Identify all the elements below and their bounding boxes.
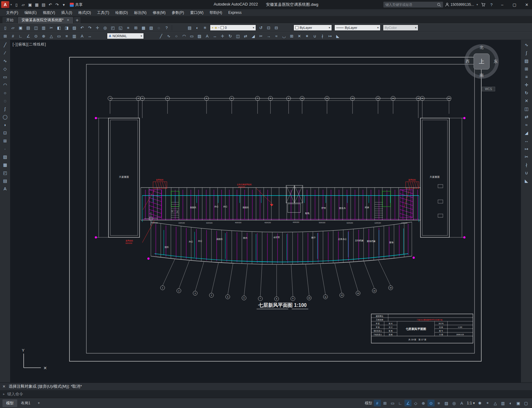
ortho-mode-icon[interactable]: ∟ <box>397 400 404 406</box>
circle-icon[interactable]: ○ <box>173 32 180 40</box>
open-icon[interactable]: ▱ <box>9 24 17 31</box>
dim-style-icon[interactable]: ↔ <box>86 32 93 40</box>
lengthen-icon[interactable]: ↦ <box>326 32 334 40</box>
polygon-icon[interactable]: ◇ <box>1 65 9 73</box>
make-block-icon[interactable]: ⊞ <box>1 137 9 145</box>
edit-array-icon[interactable]: ⊞ <box>523 65 530 73</box>
fillet-icon[interactable]: ◡ <box>280 32 288 40</box>
save-as-icon[interactable]: ▦ <box>33 1 40 8</box>
zoom-window-icon[interactable]: ◰ <box>109 24 116 31</box>
annotation-monitor-icon[interactable]: ⌖ <box>484 400 491 406</box>
menu-item-4[interactable]: 格式(O) <box>75 9 94 16</box>
layer-select[interactable]: ● ◉ ▪ 0 ▾ <box>210 25 256 31</box>
selection-cycling-icon[interactable]: ◎ <box>451 400 458 406</box>
mirror-icon[interactable]: ⇄ <box>242 32 249 40</box>
compass-top-face[interactable]: 上 <box>474 53 490 69</box>
text-style-dropdown-icon[interactable]: ▾ <box>140 34 142 38</box>
model-canvas[interactable]: 1234567891011121314151617大厦屋面大厦屋面1234567… <box>10 40 521 382</box>
menu-item-9[interactable]: 参数(P) <box>169 9 187 16</box>
rotate-icon[interactable]: ↻ <box>523 89 530 97</box>
menu-item-1[interactable]: 编辑(E) <box>21 9 40 16</box>
linetype-dropdown-icon[interactable]: ▾ <box>377 26 379 29</box>
cut-icon[interactable]: ✂ <box>48 24 55 31</box>
array-icon[interactable]: ⊞ <box>288 32 295 40</box>
mtext-icon[interactable]: A <box>1 185 9 192</box>
redo-icon[interactable]: ↷ <box>86 24 93 31</box>
move-icon[interactable]: ✛ <box>523 81 530 89</box>
rectangle-icon[interactable]: ▭ <box>1 73 9 81</box>
align-icon[interactable]: ≡ <box>523 73 530 81</box>
menu-item-10[interactable]: 窗口(W) <box>187 9 207 16</box>
save-icon[interactable]: ▣ <box>17 24 24 31</box>
tab-drawing[interactable]: 安徽某县医院空调系统图* ✕ <box>18 17 73 23</box>
join-icon[interactable]: ∪ <box>523 169 530 176</box>
explode-icon[interactable]: ✶ <box>303 32 311 40</box>
plot-icon[interactable]: ▤ <box>25 24 32 31</box>
polyline-icon[interactable]: ∿ <box>1 57 9 65</box>
close-button[interactable]: ✕ <box>522 0 532 9</box>
undo-icon[interactable]: ↶ <box>78 24 86 31</box>
menu-item-8[interactable]: 修改(M) <box>150 9 169 16</box>
gradient-icon[interactable]: ▩ <box>1 161 9 168</box>
design-center-icon[interactable]: ⊞ <box>132 24 140 31</box>
arc-icon[interactable]: ◠ <box>180 32 188 40</box>
share-button[interactable]: 共享 <box>70 2 83 7</box>
markup-icon[interactable]: ◌ <box>155 24 163 31</box>
osnap-icon[interactable]: ⊙ <box>32 32 40 40</box>
dimension-icon[interactable]: ↔ <box>211 32 219 40</box>
layer-previous-icon[interactable]: ↺ <box>257 24 265 31</box>
workspace-dropdown-ic[interactable]: ▾ <box>61 1 67 8</box>
match-properties-icon[interactable]: ▨ <box>71 24 78 31</box>
help-icon[interactable]: ? <box>488 1 495 8</box>
dynamic-input-icon[interactable]: ▭ <box>389 400 396 406</box>
navigation-compass[interactable]: 北 南 西 东 上 <box>464 44 499 79</box>
offset-icon[interactable]: ≈ <box>523 121 530 129</box>
object-snap-tracking-icon[interactable]: ⊕ <box>420 400 427 406</box>
compass-east[interactable]: 东 <box>494 59 498 64</box>
search-icon[interactable] <box>437 3 441 7</box>
copy-icon[interactable]: ◧ <box>55 24 63 31</box>
command-close-icon[interactable]: ✕ <box>2 384 6 389</box>
new-tab-button[interactable]: + <box>74 17 81 23</box>
new-file-icon[interactable]: ▯ <box>13 1 20 8</box>
viewport-controls[interactable]: [-][俯视][二维线框] <box>13 42 46 47</box>
extend-icon[interactable]: → <box>265 32 272 40</box>
compass-north[interactable]: 北 <box>480 45 484 50</box>
object-snap-icon[interactable]: ⊙ <box>428 400 435 406</box>
clean-screen-icon[interactable]: ▢ <box>522 400 530 406</box>
hatch-icon[interactable]: ▨ <box>1 153 9 160</box>
lineweight-icon[interactable]: ≡ <box>63 32 70 40</box>
menu-item-6[interactable]: 绘图(D) <box>112 9 131 16</box>
edit-spline-icon[interactable]: ∫ <box>523 49 530 57</box>
zoom-previous-icon[interactable]: ◱ <box>117 24 124 31</box>
erase-icon[interactable]: ✕ <box>296 32 303 40</box>
linetype-select[interactable]: ByLayer ▾ <box>334 25 380 31</box>
cart-icon[interactable] <box>481 2 486 7</box>
break-icon[interactable]: ∤ <box>523 161 530 168</box>
compass-west[interactable]: 西 <box>466 59 470 64</box>
line-icon[interactable]: ╱ <box>157 32 165 40</box>
ducs-icon[interactable]: △ <box>48 32 55 40</box>
search-input[interactable] <box>385 3 437 6</box>
offset-icon[interactable]: ≈ <box>273 32 280 40</box>
otrack-icon[interactable]: ⊕ <box>40 32 47 40</box>
undo-icon[interactable]: ↶ <box>47 1 54 8</box>
lengthen-icon[interactable]: ↦ <box>523 145 530 153</box>
rectangle-icon[interactable]: ▭ <box>188 32 195 40</box>
grid-display-icon[interactable]: # <box>374 400 381 406</box>
layer-freeze-icon[interactable]: ✳ <box>201 24 209 31</box>
polar-tracking-icon[interactable]: ∠ <box>404 400 412 406</box>
zoom-realtime-icon[interactable]: ◎ <box>101 24 109 31</box>
point-icon[interactable]: ∙ <box>1 145 9 153</box>
dyn-input-icon[interactable]: ▭ <box>55 32 63 40</box>
tab-start[interactable]: 开始 <box>2 17 17 23</box>
text-style-icon[interactable]: A <box>78 32 86 40</box>
layer-isolate-icon[interactable]: ⊟ <box>273 24 280 31</box>
ellipse-arc-icon[interactable]: ◗ <box>1 121 9 129</box>
workspace-switching-icon[interactable]: ✱ <box>476 400 483 406</box>
layer-properties-icon[interactable]: ▤ <box>186 24 193 31</box>
layer-dropdown-icon[interactable]: ▾ <box>253 26 254 29</box>
help-icon[interactable]: ? <box>163 24 170 31</box>
trim-icon[interactable]: ✂ <box>523 153 530 160</box>
mirror-icon[interactable]: ⇄ <box>523 113 530 121</box>
